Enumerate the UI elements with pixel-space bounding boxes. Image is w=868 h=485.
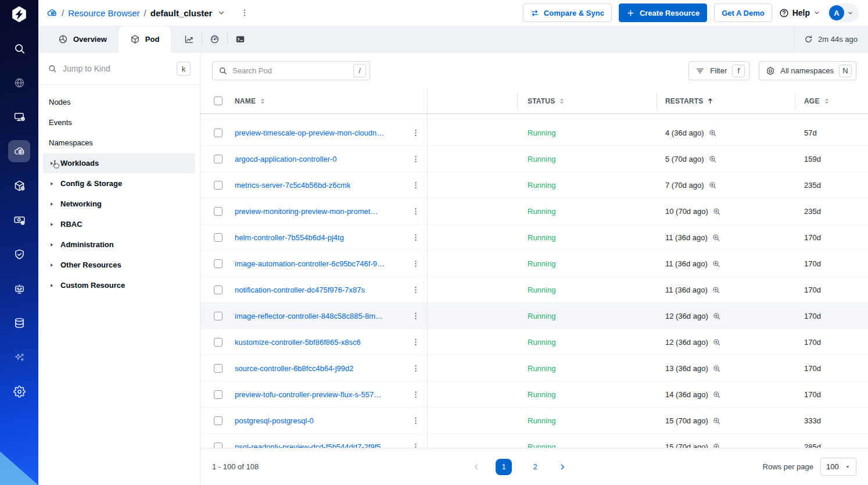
zoom-in-icon[interactable]: [712, 207, 721, 216]
table-row[interactable]: image-automation-controller-6c95bc746f-9…: [200, 251, 868, 277]
rail-item-resource-browser[interactable]: [8, 140, 30, 162]
row-kebab-menu-icon[interactable]: [411, 416, 420, 425]
row-checkbox[interactable]: [214, 312, 223, 320]
rail-item-sparkles[interactable]: [8, 346, 30, 368]
row-kebab-menu-icon[interactable]: [411, 155, 420, 163]
column-divider[interactable]: [657, 93, 657, 110]
table-row[interactable]: kustomize-controller-5bf86f865-x8sc6 Run…: [200, 329, 868, 355]
row-checkbox[interactable]: [214, 259, 223, 268]
rail-item-shield-check[interactable]: [8, 243, 30, 265]
kind-item-administration[interactable]: Administration: [43, 234, 195, 255]
zoom-in-icon[interactable]: [712, 286, 720, 294]
pod-name-link[interactable]: source-controller-6b8fcc4b64-j99d2: [235, 364, 354, 373]
get-demo-button[interactable]: Get A Demo: [714, 3, 772, 22]
rail-item-robot[interactable]: [8, 277, 30, 299]
page-button-2[interactable]: 2: [527, 459, 543, 475]
row-kebab-menu-icon[interactable]: [411, 338, 420, 347]
row-checkbox[interactable]: [214, 155, 223, 163]
row-kebab-menu-icon[interactable]: [411, 233, 420, 242]
page-button-1[interactable]: 1: [496, 459, 512, 475]
table-row[interactable]: preview-monitoring-preview-mon-promet… R…: [200, 198, 868, 224]
table-row[interactable]: notification-controller-dc475f976-7x87s …: [200, 277, 868, 303]
pod-name-link[interactable]: image-automation-controller-6c95bc746f-9…: [235, 259, 385, 268]
zoom-in-icon[interactable]: [708, 129, 717, 137]
column-header-name[interactable]: NAME: [235, 97, 266, 105]
pod-name-link[interactable]: kustomize-controller-5bf86f865-x8sc6: [235, 338, 361, 347]
kind-item-workloads[interactable]: Workloads: [43, 153, 195, 173]
table-row[interactable]: image-reflector-controller-848c58c885-8m…: [200, 303, 868, 329]
row-kebab-menu-icon[interactable]: [411, 364, 420, 373]
row-checkbox[interactable]: [214, 338, 223, 347]
row-kebab-menu-icon[interactable]: [411, 390, 420, 399]
tab-overview[interactable]: Overview: [46, 26, 119, 52]
zoom-in-icon[interactable]: [712, 443, 721, 448]
table-row[interactable]: preview-tofu-controller-preview-flux-s-5…: [200, 381, 868, 408]
rail-item-database[interactable]: [8, 312, 30, 334]
refresh-control[interactable]: 2m 44s ago: [794, 26, 868, 52]
row-checkbox[interactable]: [214, 129, 223, 137]
terminal-tab-icon[interactable]: [228, 34, 253, 44]
row-checkbox[interactable]: [214, 443, 223, 448]
column-divider[interactable]: [795, 93, 795, 110]
chart-tab-icon[interactable]: [177, 34, 202, 44]
create-resource-button[interactable]: Create Resource: [619, 3, 707, 22]
pod-name-link[interactable]: preview-tofu-controller-preview-flux-s-5…: [235, 390, 381, 399]
column-header-restarts[interactable]: RESTARTS: [665, 97, 714, 105]
row-checkbox[interactable]: [214, 207, 223, 216]
filter-button[interactable]: Filter f: [688, 61, 749, 80]
zoom-in-icon[interactable]: [712, 390, 721, 399]
pod-name-link[interactable]: notification-controller-dc475f976-7x87s: [235, 286, 365, 294]
caret-right-icon[interactable]: [49, 262, 55, 268]
kind-item-custom-resource[interactable]: Custom Resource: [43, 275, 195, 295]
zoom-in-icon[interactable]: [712, 364, 721, 373]
row-kebab-menu-icon[interactable]: [411, 129, 420, 137]
help-menu[interactable]: Help: [779, 8, 820, 18]
row-kebab-menu-icon[interactable]: [411, 286, 420, 294]
row-checkbox[interactable]: [214, 390, 223, 399]
kind-item-other-resources[interactable]: Other Resources: [43, 255, 195, 275]
gauge-tab-icon[interactable]: [202, 34, 227, 44]
previous-page-chevron-icon[interactable]: [472, 463, 480, 471]
column-divider[interactable]: [517, 93, 518, 110]
rail-item-search[interactable]: [8, 37, 30, 59]
tab-pod[interactable]: Pod: [119, 26, 171, 52]
column-header-age[interactable]: AGE: [804, 97, 830, 105]
table-row[interactable]: argocd-application-controller-0 Running …: [200, 146, 868, 172]
row-kebab-menu-icon[interactable]: [411, 207, 420, 216]
row-checkbox[interactable]: [214, 233, 223, 242]
pod-name-link[interactable]: preview-timescale-op-preview-mon-cloudn…: [235, 129, 384, 137]
row-kebab-menu-icon[interactable]: [411, 181, 420, 190]
zoom-in-icon[interactable]: [708, 181, 717, 190]
caret-right-icon[interactable]: [49, 181, 55, 187]
row-kebab-menu-icon[interactable]: [411, 443, 420, 448]
pod-name-link[interactable]: helm-controller-7b554b6d4-pj4tg: [235, 233, 344, 242]
breadcrumb-kebab-menu-icon[interactable]: [240, 8, 249, 17]
caret-right-icon[interactable]: [49, 201, 55, 207]
row-kebab-menu-icon[interactable]: [411, 259, 420, 268]
caret-right-icon[interactable]: [49, 283, 55, 288]
row-checkbox[interactable]: [214, 364, 223, 373]
rail-item-monitor-gear[interactable]: [8, 106, 30, 128]
rail-item-globe[interactable]: [8, 72, 30, 94]
pod-name-link[interactable]: image-reflector-controller-848c58c885-8m…: [235, 312, 383, 320]
zoom-in-icon[interactable]: [712, 233, 720, 242]
caret-right-icon[interactable]: [49, 242, 55, 248]
kind-item-networking[interactable]: Networking: [43, 194, 195, 214]
breadcrumb-resource-browser-link[interactable]: Resource Browser: [68, 8, 139, 18]
pod-name-link[interactable]: postgresql-postgresql-0: [235, 416, 314, 425]
select-all-checkbox[interactable]: [214, 97, 223, 105]
zoom-in-icon[interactable]: [708, 155, 717, 163]
devtron-logo-icon[interactable]: [9, 5, 29, 24]
namespace-selector-button[interactable]: All namespaces N: [759, 61, 856, 80]
zoom-in-icon[interactable]: [712, 312, 721, 320]
table-row[interactable]: psql-readonly-preview-dcd-f5b544dd7-2f9f…: [200, 434, 868, 448]
zoom-in-icon[interactable]: [712, 416, 721, 425]
table-row[interactable]: postgresql-postgresql-0 Running 15 (70d …: [200, 408, 868, 434]
search-pod-input[interactable]: [232, 66, 348, 75]
kind-item-namespaces[interactable]: Namespaces: [43, 133, 195, 153]
table-row[interactable]: preview-timescale-op-preview-mon-cloudn……: [200, 120, 868, 146]
compare-sync-button[interactable]: Compare & Sync: [523, 3, 612, 22]
pod-name-link[interactable]: metrics-server-7c5c4b56bd-z6cmk: [235, 181, 350, 190]
kind-item-nodes[interactable]: Nodes: [43, 92, 195, 112]
rows-per-page-select[interactable]: 100: [820, 458, 856, 476]
